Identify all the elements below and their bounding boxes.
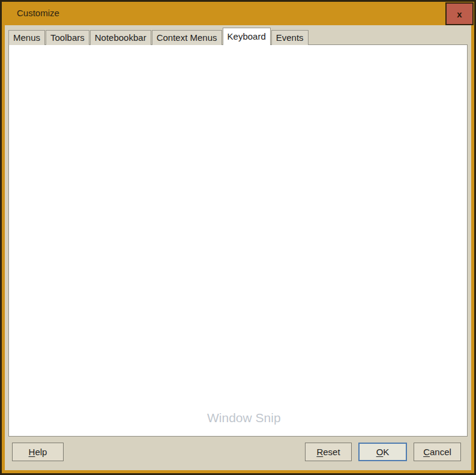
- help-label: Help: [29, 447, 47, 457]
- tab-notebookbar[interactable]: Notebookbar: [90, 30, 151, 45]
- ok-button[interactable]: OK: [358, 443, 407, 461]
- tab-context-menus[interactable]: Context Menus: [152, 30, 222, 45]
- ok-label: OK: [376, 447, 390, 457]
- tab-bar: MenusToolbarsNotebookbarContext MenusKey…: [8, 30, 309, 45]
- reset-label: Reset: [316, 447, 340, 457]
- tab-menus[interactable]: Menus: [8, 30, 45, 45]
- help-button[interactable]: Help: [12, 443, 64, 461]
- keyboard-tab-page: [8, 44, 468, 437]
- titlebar[interactable]: Customize x: [2, 2, 474, 25]
- close-icon: x: [457, 9, 462, 19]
- cancel-button[interactable]: Cancel: [414, 443, 461, 461]
- window-title: Customize: [17, 8, 59, 18]
- tab-keyboard[interactable]: Keyboard: [223, 28, 271, 45]
- tab-toolbars[interactable]: Toolbars: [46, 30, 89, 45]
- cancel-label: Cancel: [423, 447, 451, 457]
- customize-dialog: Customize x MenusToolbarsNotebookbarCont…: [0, 0, 476, 475]
- reset-button[interactable]: Reset: [305, 443, 352, 461]
- tab-events[interactable]: Events: [271, 30, 309, 45]
- close-button[interactable]: x: [445, 2, 474, 25]
